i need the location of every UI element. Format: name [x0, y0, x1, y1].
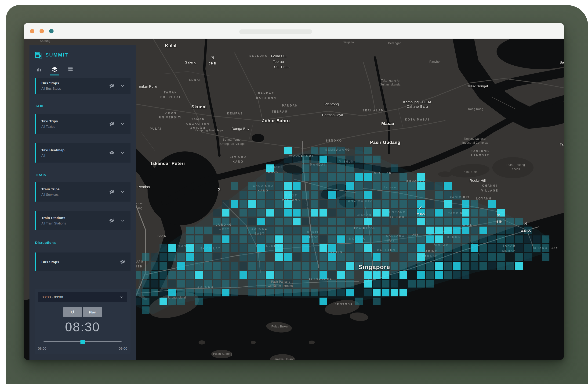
layer-panel-icons	[109, 150, 130, 155]
layer-title: Train Stations	[42, 216, 109, 220]
restart-button[interactable]: ↺	[63, 307, 82, 317]
slider-end-label: 09:00	[119, 347, 127, 350]
chevron-down-icon[interactable]	[120, 83, 125, 89]
layer-panel-icons	[109, 189, 130, 194]
layer-panel-train-stations[interactable]: Train StationsAll Train Stations	[35, 211, 130, 230]
layer-subtitle: All Services	[42, 193, 109, 196]
bar-chart-icon	[36, 66, 42, 72]
layers-icon	[51, 66, 58, 73]
sidebar-header: SUMMIT	[29, 45, 136, 76]
section-header-train: TRAIN	[35, 173, 136, 177]
titlebar-tab-pill	[239, 29, 312, 34]
layer-list: Bus StopsAll Bus StopsTAXITaxi TripsAll …	[29, 76, 136, 289]
time-slider-labels: 08:00 09:00	[38, 347, 127, 350]
layer-title: Taxi Heatmap	[42, 148, 109, 152]
time-range-value: 08:00 - 09:00	[42, 295, 119, 299]
layer-panel-icons	[109, 218, 130, 223]
sidebar: SUMMIT Bus StopsAll Bus StopsTAXITaxi Tr…	[29, 45, 136, 360]
window-titlebar	[24, 23, 564, 39]
tab-layers[interactable]	[51, 66, 58, 76]
chevron-down-icon	[119, 295, 124, 299]
layer-panel-taxi-heatmap[interactable]: Taxi HeatmapAll	[35, 143, 130, 163]
layer-panel-taxi-trips[interactable]: Taxi TripsAll Taxies	[35, 114, 130, 134]
visibility-on-icon[interactable]	[109, 150, 115, 155]
minimize-window-button[interactable]	[40, 29, 44, 33]
time-panel: 08:00 - 09:00 ↺ Play 08:30 08:00 09:00	[35, 289, 130, 354]
layer-panel-icons	[120, 259, 130, 265]
rows-icon	[67, 66, 73, 72]
layer-panel-text: Taxi TripsAll Taxies	[36, 119, 109, 129]
layer-title: Bus Stops	[42, 81, 109, 85]
layer-panel-text: Bus Stops	[36, 260, 120, 264]
slider-start-label: 08:00	[38, 347, 46, 350]
chevron-down-icon[interactable]	[120, 218, 125, 223]
current-time-display: 08:30	[38, 320, 127, 334]
layer-panel-text: Train StationsAll Train Stations	[36, 216, 109, 225]
layer-subtitle: All Bus Stops	[42, 87, 109, 90]
layer-panel-bus-stops[interactable]: Bus Stops	[35, 252, 130, 271]
playback-controls: ↺ Play	[38, 307, 127, 317]
layer-subtitle: All	[42, 154, 109, 157]
app-logo: SUMMIT	[35, 50, 130, 60]
layer-panel-icons	[109, 121, 130, 127]
layer-title: Taxi Trips	[42, 119, 109, 123]
tab-charts[interactable]	[35, 66, 42, 76]
time-slider-thumb[interactable]	[81, 340, 85, 344]
section-header-disruptions: Disruptions	[35, 241, 136, 245]
chevron-down-icon[interactable]	[120, 121, 125, 127]
layer-panel-text: Train TripsAll Services	[36, 187, 109, 196]
time-range-dropdown[interactable]: 08:00 - 09:00	[38, 292, 127, 302]
play-button[interactable]: Play	[83, 307, 102, 317]
close-window-button[interactable]	[30, 29, 34, 33]
visibility-off-icon[interactable]	[120, 259, 125, 265]
layer-title: Train Trips	[42, 187, 109, 191]
app-window: SEELONGSENAITAMANSRI PULAIBANDARDATO ONN…	[24, 23, 564, 360]
tab-datasets[interactable]	[67, 66, 74, 76]
visibility-off-icon[interactable]	[109, 121, 115, 127]
layer-title: Bus Stops	[42, 260, 120, 264]
visibility-off-icon[interactable]	[109, 83, 115, 89]
zoom-window-button[interactable]	[49, 29, 54, 33]
layer-panel-text: Taxi HeatmapAll	[36, 148, 109, 157]
desktop-background: SEELONGSENAITAMANSRI PULAIBANDARDATO ONN…	[0, 0, 588, 384]
app-title: SUMMIT	[45, 52, 68, 58]
visibility-off-icon[interactable]	[109, 218, 115, 223]
traffic-lights	[30, 29, 54, 33]
chevron-down-icon[interactable]	[120, 150, 125, 155]
layer-panel-icons	[109, 83, 130, 89]
section-header-taxi: TAXI	[35, 104, 136, 108]
layer-subtitle: All Taxies	[42, 125, 109, 129]
layer-panel-text: Bus StopsAll Bus Stops	[36, 81, 109, 90]
layer-panel-train-trips[interactable]: Train TripsAll Services	[35, 182, 130, 202]
building-icon	[35, 51, 42, 59]
sidebar-tabs	[35, 66, 130, 76]
layer-panel-bus-stops[interactable]: Bus StopsAll Bus Stops	[35, 78, 130, 94]
layer-subtitle: All Train Stations	[42, 221, 109, 225]
chevron-down-icon[interactable]	[120, 189, 125, 194]
time-slider[interactable]	[43, 340, 122, 344]
visibility-off-icon[interactable]	[109, 189, 115, 194]
